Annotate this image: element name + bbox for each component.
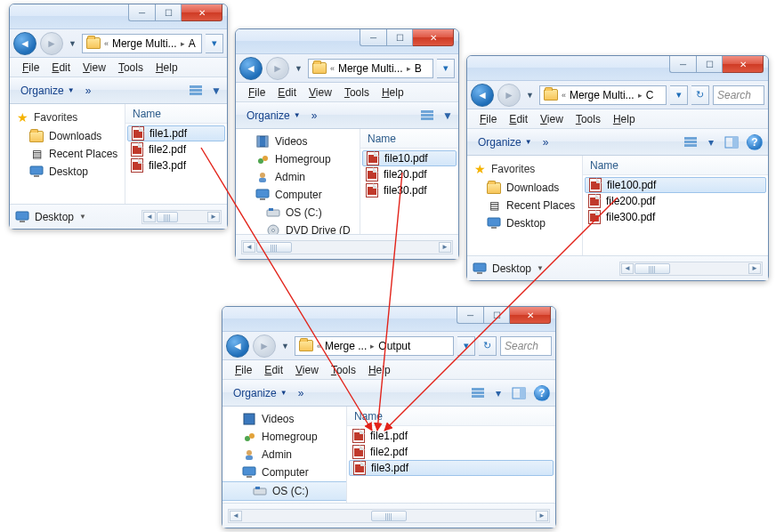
status-dropdown[interactable]: ▼ — [79, 213, 86, 221]
file-row[interactable]: file3.pdf — [125, 157, 227, 173]
scroll-thumb[interactable] — [635, 263, 670, 274]
menu-view[interactable]: View — [77, 60, 111, 76]
scroll-thumb[interactable] — [256, 242, 292, 253]
scroll-left-button[interactable]: ◄ — [243, 242, 255, 253]
sidebar-item-downloads[interactable]: Downloads — [10, 127, 125, 145]
address-bar[interactable]: « Merge Multi... ▸ A — [82, 34, 202, 53]
column-header-name[interactable]: Name — [360, 129, 458, 149]
column-header-name[interactable]: Name — [347, 407, 555, 426]
preview-pane-button[interactable] — [507, 383, 530, 403]
organize-button[interactable]: Organize — [15, 81, 80, 101]
breadcrumb-item[interactable]: A — [189, 37, 196, 50]
file-row[interactable]: file20.pdf — [360, 166, 458, 182]
horizontal-scrollbar[interactable]: ◄ ► — [228, 509, 550, 523]
scroll-right-button[interactable]: ► — [748, 263, 761, 274]
maximize-button[interactable]: ☐ — [483, 307, 510, 324]
sidebar-item-computer[interactable]: Computer — [222, 463, 346, 481]
toolbar-overflow[interactable]: » — [85, 85, 92, 97]
breadcrumb-item[interactable]: Merge Multi... — [338, 62, 403, 75]
sidebar-item-desktop[interactable]: Desktop — [10, 163, 125, 181]
close-button[interactable]: ✕ — [182, 4, 222, 21]
sidebar-item-dvd[interactable]: DVD Drive (D — [236, 222, 360, 234]
sidebar-item-downloads[interactable]: Downloads — [467, 179, 582, 197]
sidebar-item-videos[interactable]: Videos — [222, 410, 346, 428]
breadcrumb-item[interactable]: Merge ... — [325, 340, 367, 352]
breadcrumb-item[interactable]: Output — [378, 340, 410, 352]
organize-button[interactable]: Organize — [473, 133, 538, 152]
help-button[interactable]: ? — [747, 134, 763, 150]
file-row[interactable]: file200.pdf — [583, 193, 768, 209]
menu-file[interactable]: File — [230, 362, 257, 378]
scroll-right-button[interactable]: ► — [536, 511, 548, 521]
close-button[interactable]: ✕ — [413, 29, 454, 46]
menu-file[interactable]: File — [474, 111, 502, 127]
address-dropdown[interactable]: ▾ — [670, 85, 688, 105]
scroll-left-button[interactable]: ◄ — [621, 263, 634, 274]
menu-file[interactable]: File — [17, 60, 44, 76]
titlebar[interactable]: ─ ☐ ✕ — [222, 307, 555, 332]
maximize-button[interactable]: ☐ — [386, 29, 413, 46]
minimize-button[interactable]: ─ — [360, 29, 386, 46]
back-button[interactable]: ◄ — [239, 57, 263, 80]
view-dropdown[interactable]: ▼ — [442, 106, 453, 125]
menu-edit[interactable]: Edit — [259, 362, 288, 378]
toolbar-overflow[interactable]: » — [298, 387, 304, 399]
view-dropdown[interactable]: ▾ — [706, 133, 716, 152]
favorites-section[interactable]: ★Favorites — [10, 108, 125, 127]
file-row[interactable]: file1.pdf — [127, 125, 225, 141]
menu-help[interactable]: Help — [363, 362, 396, 378]
sidebar-item-videos[interactable]: Videos — [236, 133, 360, 150]
sidebar-item-recent[interactable]: ▤Recent Places — [467, 197, 582, 214]
sidebar-item-computer[interactable]: Computer — [236, 186, 360, 204]
sidebar-item-os-c[interactable]: OS (C:) — [222, 481, 346, 501]
close-button[interactable]: ✕ — [510, 307, 551, 324]
sidebar-item-desktop[interactable]: Desktop — [467, 214, 582, 232]
forward-button[interactable]: ► — [497, 84, 521, 107]
toolbar-overflow[interactable]: » — [543, 136, 549, 149]
address-bar[interactable]: « Merge Multi... ▸ B — [308, 59, 433, 78]
column-header-name[interactable]: Name — [583, 156, 768, 175]
scroll-thumb[interactable] — [157, 212, 178, 222]
help-button[interactable]: ? — [534, 385, 550, 401]
menu-edit[interactable]: Edit — [504, 111, 533, 127]
sidebar-item-os-c[interactable]: OS (C:) — [236, 204, 360, 222]
breadcrumb-item[interactable]: Merge Multi... — [112, 37, 177, 50]
breadcrumb-item[interactable]: B — [415, 62, 422, 75]
history-dropdown[interactable]: ▼ — [67, 39, 78, 48]
sidebar-item-admin[interactable]: Admin — [222, 446, 346, 463]
status-dropdown[interactable]: ▼ — [537, 264, 544, 272]
forward-button[interactable]: ► — [40, 32, 63, 55]
history-dropdown[interactable]: ▼ — [279, 342, 291, 351]
view-dropdown[interactable]: ▼ — [211, 81, 222, 101]
file-row[interactable]: file2.pdf — [347, 444, 555, 460]
search-input[interactable]: Search — [500, 336, 552, 356]
view-mode-button[interactable] — [416, 106, 439, 125]
back-button[interactable]: ◄ — [471, 84, 494, 107]
column-header-name[interactable]: Name — [125, 104, 227, 124]
menu-file[interactable]: File — [243, 85, 271, 101]
menu-help[interactable]: Help — [608, 111, 641, 127]
titlebar[interactable]: ─ ☐ ✕ — [10, 4, 227, 29]
scroll-left-button[interactable]: ◄ — [230, 511, 242, 521]
horizontal-scrollbar[interactable]: ◄ ► — [619, 262, 763, 276]
maximize-button[interactable]: ☐ — [155, 4, 182, 21]
menu-tools[interactable]: Tools — [339, 85, 375, 101]
file-row[interactable]: file1.pdf — [347, 428, 555, 444]
file-row[interactable]: file3.pdf — [349, 460, 554, 476]
view-mode-button[interactable] — [466, 383, 489, 403]
menu-view[interactable]: View — [303, 85, 337, 101]
menu-view[interactable]: View — [535, 111, 569, 127]
forward-button[interactable]: ► — [266, 57, 289, 80]
menu-edit[interactable]: Edit — [46, 60, 76, 76]
history-dropdown[interactable]: ▼ — [524, 91, 536, 100]
titlebar[interactable]: ─ ☐ ✕ — [236, 29, 458, 54]
file-row[interactable]: file100.pdf — [585, 177, 766, 193]
view-mode-button[interactable] — [184, 81, 207, 101]
sidebar-item-homegroup[interactable]: Homegroup — [222, 428, 346, 446]
close-button[interactable]: ✕ — [723, 56, 764, 73]
address-dropdown[interactable]: ▾ — [206, 34, 223, 53]
address-dropdown[interactable]: ▾ — [437, 59, 455, 78]
minimize-button[interactable]: ─ — [128, 4, 155, 21]
refresh-button[interactable]: ↻ — [691, 85, 709, 105]
favorites-section[interactable]: ★Favorites — [467, 159, 582, 179]
